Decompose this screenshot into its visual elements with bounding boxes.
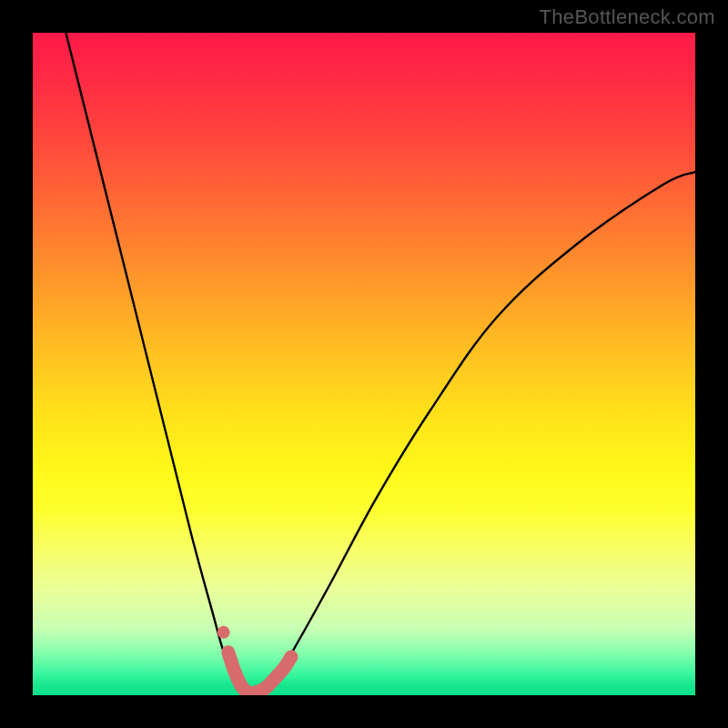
bottleneck-curve	[66, 33, 695, 695]
chart-frame: TheBottleneck.com	[0, 0, 728, 728]
curve-layer	[33, 33, 695, 695]
watermark-text: TheBottleneck.com	[540, 5, 715, 29]
highlight-dot-icon	[217, 626, 230, 639]
optimal-highlight	[228, 652, 291, 693]
plot-area	[33, 33, 695, 695]
